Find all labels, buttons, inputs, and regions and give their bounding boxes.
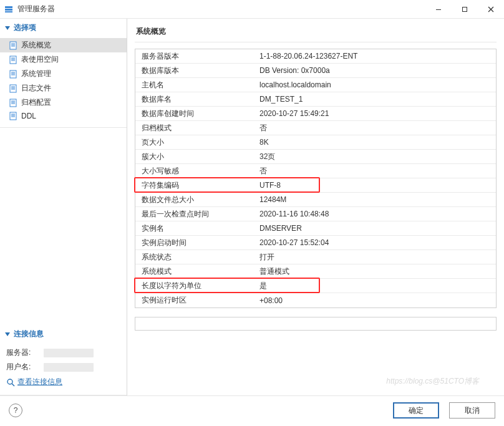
property-row: 大小写敏感否 [135, 164, 496, 178]
property-row: 实例运行时区+08:00 [135, 293, 496, 307]
property-value: 32页 [257, 152, 275, 162]
search-icon [6, 378, 15, 387]
property-row: 字符集编码UTF-8 [135, 178, 496, 193]
property-label: 长度以字符为单位 [135, 281, 257, 291]
property-value: 否 [257, 123, 267, 133]
page-title: 系统概览 [135, 24, 497, 42]
property-label: 归档模式 [135, 123, 257, 133]
property-value: localhost.localdomain [257, 80, 331, 89]
svg-rect-27 [10, 112, 16, 120]
property-value: +08:00 [257, 296, 283, 305]
property-value: DM_TEST_1 [257, 95, 303, 104]
property-row: 主机名localhost.localdomain [135, 78, 496, 92]
sidebar-item-label: DDL [21, 112, 36, 120]
main-panel: 系统概览 服务器版本1-1-88-20.06.24-123627-ENT数据库版… [127, 19, 504, 395]
view-connection-link[interactable]: 查看连接信息 [0, 374, 127, 390]
property-row: 数据文件总大小12484M [135, 193, 496, 207]
property-value: 打开 [257, 252, 274, 263]
property-row: 数据库版本DB Version: 0x7000a [135, 64, 496, 78]
svg-rect-15 [10, 70, 16, 78]
conn-server-label: 服务器: [6, 347, 44, 358]
svg-rect-0 [5, 6, 12, 8]
property-label: 数据文件总大小 [135, 195, 257, 205]
property-value: DB Version: 0x7000a [257, 66, 330, 75]
app-icon [4, 4, 14, 14]
ok-button[interactable]: 确定 [393, 402, 439, 419]
sidebar-item-2[interactable]: 系统管理 [0, 67, 127, 81]
sidebar-item-1[interactable]: 表使用空间 [0, 52, 127, 67]
property-row: 系统状态打开 [135, 250, 496, 264]
property-label: 实例名 [135, 223, 257, 234]
property-value: 2020-10-27 15:49:21 [257, 109, 329, 118]
sidebar-item-3[interactable]: 日志文件 [0, 81, 127, 95]
sidebar-item-0[interactable]: 系统概览 [0, 38, 127, 52]
property-label: 页大小 [135, 137, 257, 148]
document-icon [9, 56, 17, 64]
property-row: 服务器版本1-1-88-20.06.24-123627-ENT [135, 49, 496, 64]
property-label: 数据库版本 [135, 65, 257, 76]
property-label: 系统状态 [135, 252, 257, 263]
close-button[interactable] [478, 0, 504, 19]
property-value: 是 [257, 281, 267, 291]
watermark: https://blog.cs@51CTO博客 [386, 376, 479, 387]
document-icon [9, 99, 17, 107]
maximize-button[interactable] [452, 0, 478, 19]
window-title: 管理服务器 [17, 4, 55, 14]
sidebar: 选择项 系统概览表使用空间系统管理日志文件归档配置DDL 连接信息 服务器: 用… [0, 19, 127, 395]
property-row: 数据库创建时间2020-10-27 15:49:21 [135, 107, 496, 121]
property-row: 最后一次检查点时间2020-11-16 10:48:48 [135, 207, 496, 221]
property-row: 页大小8K [135, 135, 496, 150]
sidebar-section-select[interactable]: 选择项 [0, 19, 127, 37]
property-row: 簇大小32页 [135, 150, 496, 164]
svg-rect-11 [10, 56, 16, 64]
conn-user-label: 用户名: [6, 362, 44, 372]
ok-button-label: 确定 [409, 405, 424, 416]
property-value: 1-1-88-20.06.24-123627-ENT [257, 52, 357, 61]
cancel-button[interactable]: 取消 [449, 402, 495, 419]
sidebar-section-conn[interactable]: 连接信息 [0, 325, 127, 343]
property-label: 系统模式 [135, 266, 257, 277]
dialog-footer: ? 确定 取消 [0, 396, 504, 425]
sidebar-item-label: 归档配置 [21, 97, 51, 108]
conn-server-row: 服务器: [0, 346, 127, 360]
property-table: 服务器版本1-1-88-20.06.24-123627-ENT数据库版本DB V… [135, 49, 497, 308]
message-area [135, 317, 497, 331]
svg-rect-2 [5, 11, 12, 12]
svg-rect-7 [10, 42, 16, 49]
property-label: 实例运行时区 [135, 295, 257, 306]
svg-point-31 [7, 379, 12, 384]
sidebar-item-4[interactable]: 归档配置 [0, 95, 127, 110]
sidebar-item-label: 系统管理 [21, 69, 51, 79]
titlebar: 管理服务器 [0, 0, 504, 19]
property-row: 实例启动时间2020-10-27 15:52:04 [135, 236, 496, 250]
sidebar-item-5[interactable]: DDL [0, 110, 127, 122]
property-label: 大小写敏感 [135, 166, 257, 177]
svg-rect-4 [463, 7, 467, 11]
document-icon [9, 84, 17, 93]
property-label: 数据库名 [135, 94, 257, 105]
property-label: 数据库创建时间 [135, 109, 257, 119]
property-value: UTF-8 [257, 181, 281, 190]
svg-rect-23 [10, 99, 16, 107]
svg-line-32 [12, 384, 14, 386]
minimize-button[interactable] [425, 0, 452, 19]
property-label: 实例启动时间 [135, 238, 257, 248]
document-icon [9, 112, 17, 120]
view-connection-label: 查看连接信息 [17, 377, 62, 387]
chevron-down-icon [5, 26, 10, 30]
property-label: 字符集编码 [135, 180, 257, 191]
property-label: 主机名 [135, 80, 257, 90]
property-value: 普通模式 [257, 266, 289, 277]
property-label: 服务器版本 [135, 51, 257, 62]
sidebar-item-label: 系统概览 [21, 40, 51, 51]
chevron-down-icon [5, 332, 10, 336]
property-label: 最后一次检查点时间 [135, 209, 257, 220]
property-row: 数据库名DM_TEST_1 [135, 92, 496, 107]
property-value: 2020-10-27 15:52:04 [257, 238, 329, 247]
sidebar-section-conn-label: 连接信息 [14, 329, 44, 339]
property-row: 系统模式普通模式 [135, 264, 496, 279]
property-value: 8K [257, 138, 269, 147]
help-button[interactable]: ? [9, 404, 22, 417]
property-value: 否 [257, 166, 267, 177]
sidebar-item-label: 表使用空间 [21, 54, 59, 65]
